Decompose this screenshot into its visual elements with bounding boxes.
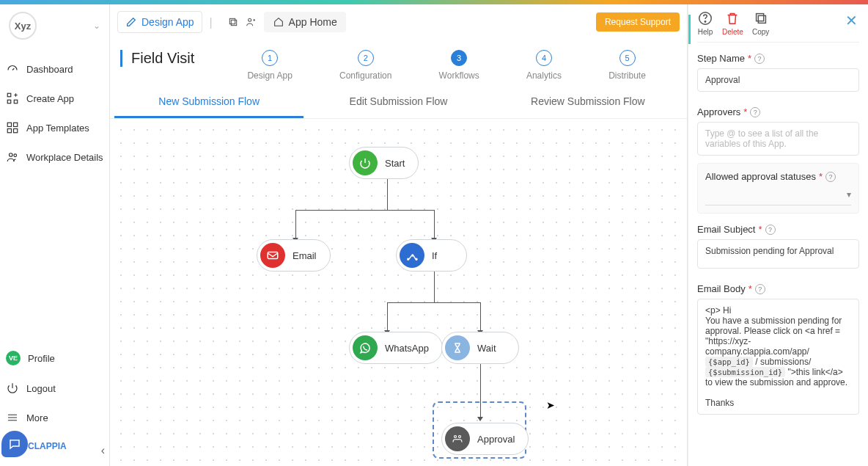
step-design-app[interactable]: 1 Design App: [247, 50, 292, 81]
svg-point-19: [705, 21, 705, 22]
email-subject-input[interactable]: Submission pending for Approval: [697, 239, 859, 269]
sidebar-item-label: Workplace Details: [26, 152, 103, 163]
svg-point-16: [455, 436, 457, 438]
close-panel-button[interactable]: ✕: [845, 10, 859, 29]
step-label: Design App: [247, 70, 292, 81]
node-email[interactable]: Email: [257, 239, 331, 272]
grid-icon: [6, 121, 19, 134]
menu-icon: [6, 411, 19, 424]
panel-delete-button[interactable]: Delete: [722, 10, 743, 36]
properties-panel: Help Delete Copy ✕ Step Name*? Approvers…: [688, 4, 868, 466]
sidebar-item-label: Logout: [26, 383, 56, 394]
page-title: Field Visit: [131, 50, 194, 67]
app-home-button[interactable]: App Home: [264, 12, 346, 32]
tab-edit-submission-flow[interactable]: Edit Submission Flow: [304, 87, 493, 118]
step-analytics[interactable]: 4 Analytics: [526, 50, 562, 81]
app-home-label: App Home: [289, 16, 337, 28]
chat-icon: [8, 437, 21, 451]
workspace-switcher[interactable]: Xyz ⌄: [0, 4, 109, 47]
workflow-canvas[interactable]: Start Email If WhatsApp Wait Approval: [110, 119, 687, 466]
edge: [480, 302, 481, 332]
sidebar-item-workplace-details[interactable]: Workplace Details: [0, 142, 109, 172]
tab-new-submission-flow[interactable]: New Submission Flow: [114, 87, 304, 118]
node-if[interactable]: If: [396, 239, 467, 272]
svg-rect-9: [231, 20, 236, 25]
panel-accent: [688, 15, 691, 44]
help-icon[interactable]: ?: [755, 284, 765, 294]
node-label: Approval: [477, 434, 515, 445]
step-label: Workflows: [439, 70, 479, 81]
copy-icon[interactable]: [227, 16, 239, 28]
svg-point-17: [459, 436, 461, 438]
panel-help-button[interactable]: Help: [697, 10, 713, 36]
sidebar-item-label: More: [26, 412, 48, 423]
step-label: Configuration: [339, 70, 391, 81]
help-icon[interactable]: ?: [825, 172, 836, 182]
panel-copy-button[interactable]: Copy: [752, 10, 769, 36]
edge: [295, 210, 296, 239]
svg-rect-20: [758, 15, 765, 23]
node-label: Wait: [477, 343, 496, 354]
sidebar-item-dashboard[interactable]: Dashboard: [0, 54, 109, 84]
chat-widget-button[interactable]: [1, 431, 28, 457]
svg-rect-10: [229, 18, 235, 23]
svg-rect-21: [756, 14, 763, 21]
approvers-label: Approvers*?: [697, 106, 859, 117]
sidebar-item-label: App Templates: [26, 123, 89, 134]
workspace-logo: Xyz: [9, 12, 37, 40]
help-icon[interactable]: ?: [765, 225, 776, 235]
left-sidebar: Xyz ⌄ Dashboard Create App App Templates…: [0, 4, 110, 466]
branch-icon: [400, 243, 424, 268]
edge: [387, 302, 481, 303]
svg-rect-12: [268, 252, 278, 259]
separator: |: [210, 16, 221, 28]
gauge-icon: [6, 62, 19, 76]
svg-point-7: [10, 153, 13, 157]
svg-point-15: [412, 255, 413, 256]
sidebar-item-profile[interactable]: VE Profile: [0, 343, 109, 374]
step-name-label: Step Name*?: [697, 53, 859, 64]
approvers-input[interactable]: Type @ to see a list of all the variable…: [697, 122, 859, 156]
step-distribute[interactable]: 5 Distribute: [608, 50, 646, 81]
workflow-steps: 1 Design App 2 Configuration 3 Workflows…: [224, 50, 669, 81]
svg-rect-4: [14, 123, 18, 126]
tab-review-submission-flow[interactable]: Review Submission Flow: [493, 87, 683, 118]
sidebar-item-create-app[interactable]: Create App: [0, 84, 109, 113]
whatsapp-icon: [353, 335, 378, 360]
top-accent-bar: [0, 0, 868, 4]
node-label: WhatsApp: [385, 343, 429, 354]
sidebar-item-logout[interactable]: Logout: [0, 374, 109, 403]
step-workflows[interactable]: 3 Workflows: [439, 50, 479, 81]
step-configuration[interactable]: 2 Configuration: [339, 50, 391, 81]
help-icon[interactable]: ?: [750, 107, 760, 117]
step-label: Distribute: [608, 70, 646, 81]
collapse-sidebar-button[interactable]: ‹: [101, 444, 105, 457]
add-user-icon[interactable]: [245, 16, 257, 28]
header-toolbar: Design App | App Home Request Support: [110, 4, 687, 40]
svg-rect-5: [7, 129, 11, 133]
allowed-statuses-select[interactable]: [705, 186, 851, 205]
help-icon[interactable]: ?: [754, 54, 765, 64]
step-name-input[interactable]: [697, 68, 859, 92]
sidebar-item-label: Profile: [28, 353, 55, 364]
copy-icon: [753, 10, 769, 26]
token-app-id: {$app_id}: [705, 357, 753, 367]
email-body-input[interactable]: <p> Hi You have a submission pending for…: [697, 299, 859, 415]
edge: [434, 267, 435, 302]
design-app-button[interactable]: Design App: [117, 11, 202, 33]
svg-rect-6: [14, 129, 18, 133]
edge: [387, 175, 388, 210]
people-icon: [6, 150, 19, 164]
node-wait[interactable]: Wait: [441, 332, 519, 364]
node-start[interactable]: Start: [349, 147, 419, 179]
node-whatsapp[interactable]: WhatsApp: [349, 332, 443, 364]
flow-tabs: New Submission Flow Edit Submission Flow…: [110, 87, 687, 119]
email-body-label: Email Body*?: [697, 283, 859, 294]
request-support-button[interactable]: Request Support: [596, 12, 680, 32]
email-subject-label: Email Subject*?: [697, 224, 859, 235]
edge: [434, 210, 435, 239]
sidebar-item-label: Create App: [26, 93, 74, 104]
sidebar-item-more[interactable]: More: [0, 403, 109, 432]
sidebar-item-app-templates[interactable]: App Templates: [0, 113, 109, 142]
node-approval[interactable]: Approval: [441, 423, 529, 455]
